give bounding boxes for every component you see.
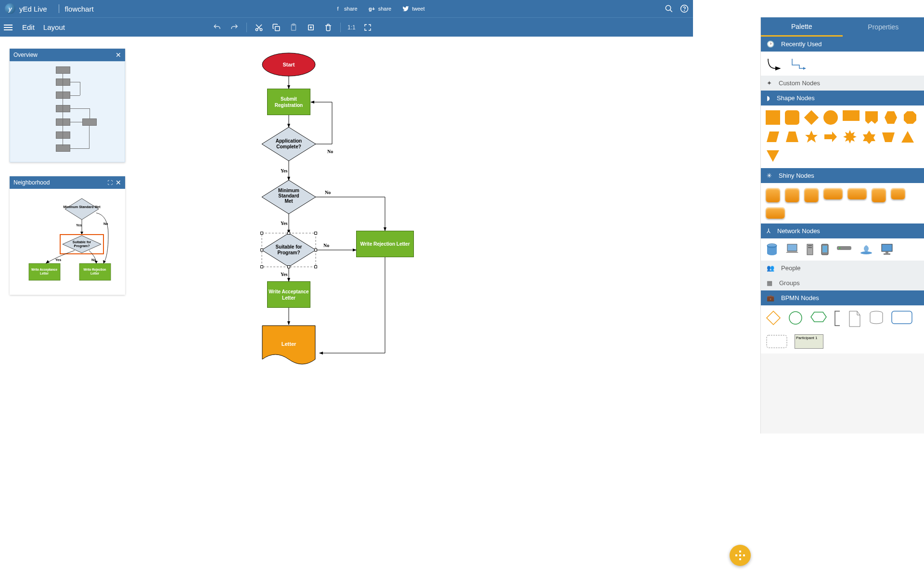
paste-button[interactable] — [288, 22, 299, 33]
svg-point-2 — [684, 10, 685, 11]
svg-text:Letter: Letter — [282, 341, 296, 347]
neighborhood-expand[interactable]: ⛶ — [107, 180, 113, 185]
app-logo: y — [5, 3, 15, 14]
overview-minimap[interactable] — [10, 61, 125, 162]
svg-text:Suitable forProgram?: Suitable forProgram? — [73, 240, 91, 248]
svg-text:Suitable forProgram?: Suitable forProgram? — [275, 244, 302, 255]
overview-close[interactable]: ✕ — [116, 51, 121, 59]
share-twitter[interactable]: tweet — [402, 5, 424, 13]
menu-layout[interactable]: Layout — [43, 23, 65, 31]
canvas[interactable]: Overview✕ Neighborhood⛶✕ Min — [0, 37, 529, 434]
svg-text:Start: Start — [282, 62, 295, 67]
app-name: yEd Live — [19, 5, 47, 13]
help-icon[interactable] — [680, 5, 688, 13]
redo-button[interactable] — [229, 22, 240, 33]
googleplus-icon: g+ — [368, 5, 376, 13]
svg-text:Minimum Standard Met: Minimum Standard Met — [63, 205, 101, 209]
svg-point-3 — [256, 28, 258, 31]
zoom-reset-button[interactable]: 1:1 — [347, 22, 356, 33]
menu-edit[interactable]: Edit — [22, 23, 35, 31]
svg-point-0 — [666, 5, 671, 11]
facebook-icon: f — [334, 5, 342, 13]
delete-button[interactable] — [323, 22, 334, 33]
node-write-rejection[interactable]: Write Rejection Letter — [356, 231, 414, 257]
neighborhood-title: Neighborhood — [13, 179, 50, 186]
title-bar: y yEd Live flowchart fshare g+share twee… — [0, 0, 693, 17]
neighborhood-view[interactable]: Minimum Standard Met Yes No Suitable for… — [10, 189, 125, 295]
svg-rect-5 — [275, 26, 280, 30]
share-facebook[interactable]: fshare — [334, 5, 358, 13]
overview-title: Overview — [13, 52, 38, 58]
undo-button[interactable] — [212, 22, 222, 33]
flowchart: Start ApplicationComplete? MinimumStanda… — [192, 56, 481, 432]
svg-text:No: No — [91, 258, 96, 262]
svg-text:Yes: Yes — [76, 223, 82, 227]
node-write-acceptance[interactable]: Write Acceptance Letter — [267, 281, 310, 308]
menu-bar: Edit Layout 1:1 — [0, 17, 693, 37]
svg-text:Yes: Yes — [55, 258, 61, 262]
hamburger-menu[interactable] — [4, 22, 15, 33]
neighborhood-close[interactable]: ✕ — [116, 179, 121, 186]
svg-point-4 — [260, 28, 262, 31]
svg-marker-13 — [103, 260, 106, 263]
fullscreen-button[interactable] — [362, 22, 373, 33]
duplicate-button[interactable] — [306, 22, 316, 33]
svg-text:No: No — [103, 222, 108, 225]
overview-panel: Overview✕ — [10, 49, 125, 162]
neighborhood-panel: Neighborhood⛶✕ Minimum Standard Met Yes … — [10, 176, 125, 295]
search-icon[interactable] — [665, 5, 673, 13]
svg-marker-9 — [65, 198, 99, 220]
node-submit-registration[interactable]: Submit Registration — [267, 89, 310, 115]
share-googleplus[interactable]: g+share — [368, 5, 392, 13]
copy-button[interactable] — [271, 22, 282, 33]
cut-button[interactable] — [254, 22, 264, 33]
share-group: fshare g+share tweet — [334, 5, 424, 13]
svg-text:ApplicationComplete?: ApplicationComplete? — [276, 138, 302, 149]
twitter-icon — [402, 5, 410, 13]
document-title[interactable]: flowchart — [65, 5, 94, 13]
